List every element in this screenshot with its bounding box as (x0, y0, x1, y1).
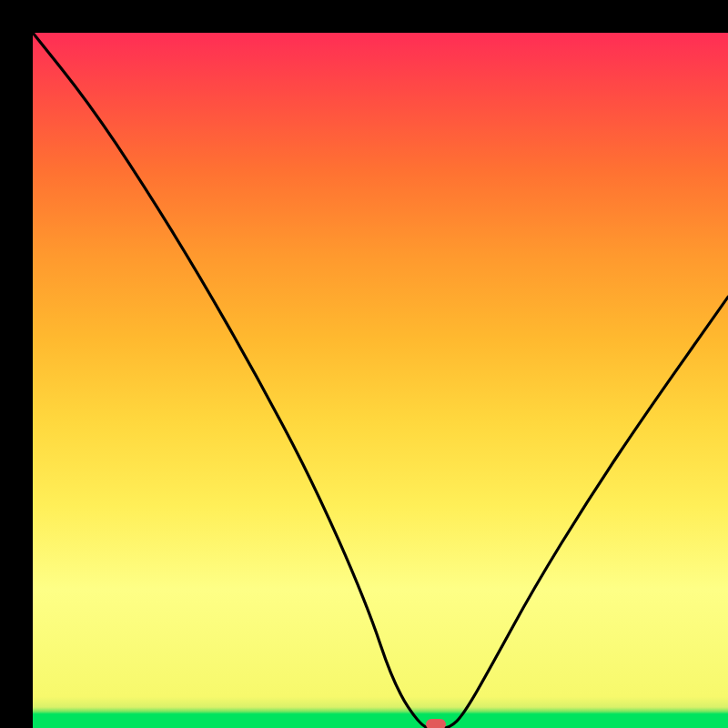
bottleneck-curve (33, 33, 728, 728)
optimum-marker (426, 719, 446, 728)
curve-path (33, 33, 728, 728)
plot-area (33, 33, 728, 728)
chart-frame (0, 0, 728, 728)
